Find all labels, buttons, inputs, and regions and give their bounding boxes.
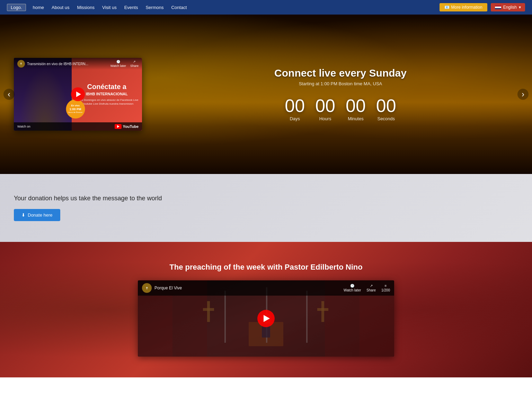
countdown-minutes-value: 00	[346, 97, 366, 115]
share-label: Share	[130, 64, 139, 68]
chevron-down-icon: ▾	[519, 5, 521, 10]
hero-title: Connect live every Sunday	[163, 67, 518, 79]
hero-right-content: Connect live every Sunday Starting at 1:…	[163, 67, 518, 121]
video-share-action[interactable]: ↗ Share	[130, 60, 139, 68]
nav-about[interactable]: About us	[52, 5, 69, 10]
hero-prev-arrow[interactable]: ‹	[3, 89, 15, 100]
video-top-bar: ✝ Transmisión en vivo de IBHB INTERN... …	[14, 58, 142, 70]
pv-top-bar: ✝ Porque El Vive 🕐 Watch later ↗ Share ≡…	[138, 280, 394, 296]
language-label: English	[503, 5, 517, 10]
pv-play-button[interactable]	[257, 310, 275, 327]
countdown-timer: 00 Days 00 Hours 00 Minutes 00 Seconds	[163, 97, 518, 121]
watch-later-label: Watch later	[110, 64, 126, 68]
more-info-label: More information	[451, 5, 482, 10]
pv-clock-icon: 🕐	[350, 284, 354, 288]
pv-playlist-label: 1/200	[381, 288, 390, 292]
svg-rect-8	[317, 308, 328, 311]
hero-next-arrow[interactable]: ›	[517, 89, 529, 100]
more-info-button[interactable]: 📧 More information	[440, 3, 487, 11]
video-channel-icon: ✝	[17, 60, 25, 68]
clock-icon: 🕐	[116, 60, 120, 63]
countdown-days-label: Days	[285, 116, 305, 121]
nav-sermons[interactable]: Sermons	[145, 5, 163, 10]
countdown-seconds-value: 00	[376, 97, 396, 115]
svg-rect-9	[224, 291, 226, 343]
pv-channel-icon: ✝	[142, 283, 152, 293]
pv-watch-later-label: Watch later	[344, 288, 361, 292]
nav-contact[interactable]: Contact	[171, 5, 187, 10]
countdown-hours-label: Hours	[315, 116, 335, 121]
donation-text: Your donation helps us take the message …	[14, 195, 518, 202]
navigation: Logo. home About us Missions Visit us Ev…	[0, 0, 532, 15]
youtube-logo: YouTube	[115, 124, 139, 129]
youtube-text: YouTube	[123, 124, 139, 129]
video-ibhb-text: IBHB INTERNACIONAL	[86, 92, 128, 96]
video-description: los los Domingos en vivo atravez de Face…	[75, 98, 139, 106]
video-conectate-text: Conéctate a	[87, 83, 126, 90]
flag-icon	[495, 5, 501, 9]
hero-subtitle: Starting at 1:00 PM Boston time MA, USA	[163, 81, 518, 86]
nav-events[interactable]: Events	[124, 5, 138, 10]
countdown-hours: 00 Hours	[315, 97, 335, 121]
nav-right-actions: 📧 More information English ▾	[440, 3, 525, 11]
preaching-title: The preaching of the week with Pastor Ed…	[169, 263, 362, 272]
youtube-icon	[115, 124, 122, 129]
share-icon: ↗	[133, 60, 136, 63]
pv-watch-later[interactable]: 🕐 Watch later	[344, 284, 361, 292]
hero-content: ✝ Transmisión en vivo de IBHB INTERN... …	[0, 58, 532, 131]
video-top-actions: 🕐 Watch later ↗ Share	[110, 60, 139, 68]
watch-on-text: Watch on	[17, 125, 30, 128]
pv-playlist-icon: ≡	[385, 284, 387, 288]
hero-video-embed[interactable]: ✝ Transmisión en vivo de IBHB INTERN... …	[14, 58, 142, 131]
svg-rect-7	[321, 301, 324, 322]
pv-share-label: Share	[366, 288, 376, 292]
donation-background	[0, 174, 532, 242]
pv-share-icon: ↗	[370, 284, 373, 288]
pv-playlist[interactable]: ≡ 1/200	[381, 284, 390, 292]
svg-rect-6	[203, 308, 214, 311]
video-watch-later-action[interactable]: 🕐 Watch later	[110, 60, 126, 68]
preaching-video-embed[interactable]: ✝ Porque El Vive 🕐 Watch later ↗ Share ≡…	[138, 280, 394, 357]
nav-home[interactable]: home	[33, 5, 44, 10]
video-play-button[interactable]	[71, 87, 85, 101]
nav-links: home About us Missions Visit us Events S…	[33, 5, 440, 10]
preaching-section: The preaching of the week with Pastor Ed…	[0, 242, 532, 377]
video-inner: ✝ Transmisión en vivo de IBHB INTERN... …	[14, 58, 142, 131]
hero-section: ‹ ✝ Transmisión en vivo de IBHB INTERN..…	[0, 15, 532, 174]
donate-button[interactable]: ⬇ Donate here	[14, 209, 60, 221]
donate-label: Donate here	[28, 212, 53, 218]
nav-logo[interactable]: Logo.	[7, 4, 26, 11]
countdown-hours-value: 00	[315, 97, 335, 115]
language-selector[interactable]: English ▾	[491, 3, 525, 11]
countdown-days-value: 00	[285, 97, 305, 115]
nav-missions[interactable]: Missions	[77, 5, 95, 10]
countdown-minutes-label: Minutes	[346, 116, 366, 121]
video-title: Transmisión en vivo de IBHB INTERN...	[27, 62, 110, 66]
more-info-icon: 📧	[444, 5, 450, 10]
countdown-seconds-label: Seconds	[376, 116, 396, 121]
pv-share[interactable]: ↗ Share	[366, 284, 376, 292]
svg-rect-5	[207, 301, 210, 322]
pv-title: Porque El Vive	[154, 286, 341, 290]
countdown-days: 00 Days	[285, 97, 305, 121]
video-time-badge: En vivo 1:00 PM Hora de Boston	[66, 99, 85, 119]
donate-icon: ⬇	[21, 212, 25, 218]
svg-rect-10	[306, 291, 308, 343]
pv-actions: 🕐 Watch later ↗ Share ≡ 1/200	[344, 284, 390, 292]
video-bottom-bar: Watch on YouTube	[14, 122, 142, 131]
nav-visit[interactable]: Visit us	[102, 5, 117, 10]
countdown-seconds: 00 Seconds	[376, 97, 396, 121]
countdown-minutes: 00 Minutes	[346, 97, 366, 121]
donation-section: Your donation helps us take the message …	[0, 174, 532, 242]
